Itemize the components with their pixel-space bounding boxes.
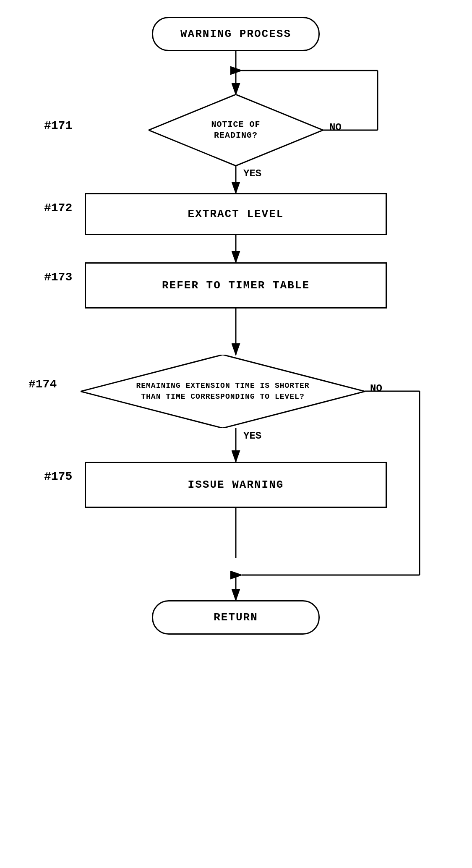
extract-level-process: EXTRACT LEVEL <box>85 193 387 235</box>
extract-level-label: EXTRACT LEVEL <box>188 208 284 220</box>
decision1-label: NOTICE OF READING? <box>190 119 281 141</box>
issue-warning-label: ISSUE WARNING <box>188 478 284 491</box>
timer-table-label: REFER TO TIMER TABLE <box>162 279 310 292</box>
yes-label-174: YES <box>243 430 261 442</box>
ref-172-label: #172 <box>44 201 72 214</box>
no-label-174: NO <box>370 383 382 394</box>
start-label: WARNING PROCESS <box>180 28 291 40</box>
end-label: RETURN <box>214 611 258 624</box>
decision1-diamond: NOTICE OF READING? <box>149 94 323 166</box>
decision2-diamond: REMAINING EXTENSION TIME IS SHORTER THAN… <box>81 355 365 428</box>
ref-174-label: #174 <box>29 378 57 391</box>
start-terminal: WARNING PROCESS <box>152 17 320 51</box>
decision2-label: REMAINING EXTENSION TIME IS SHORTER THAN… <box>131 381 315 402</box>
end-terminal: RETURN <box>152 600 320 635</box>
flowchart-container: WARNING PROCESS #171 NOTICE OF READING? … <box>0 0 472 868</box>
yes-label-171: YES <box>243 168 261 179</box>
issue-warning-process: ISSUE WARNING <box>85 462 387 508</box>
no-label-171: NO <box>329 122 342 133</box>
ref-171-label: #171 <box>44 119 72 132</box>
timer-table-process: REFER TO TIMER TABLE <box>85 262 387 309</box>
ref-173-label: #173 <box>44 271 72 284</box>
ref-175-label: #175 <box>44 470 72 483</box>
